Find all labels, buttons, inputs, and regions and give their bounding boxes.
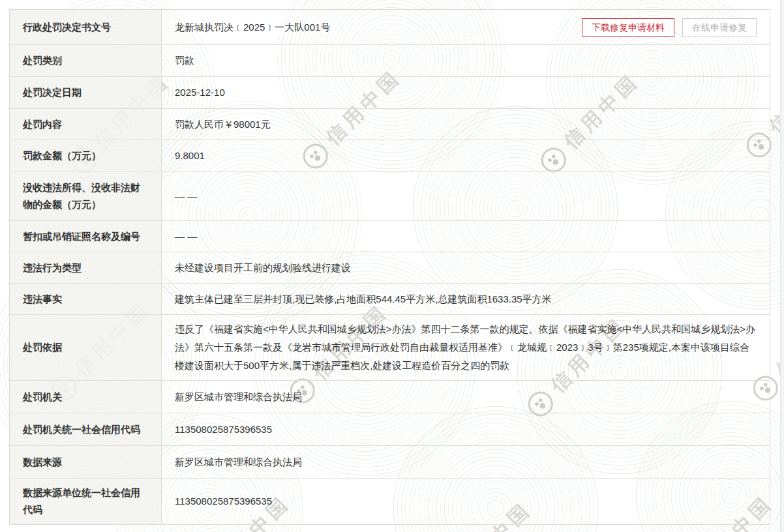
row-label-text: 处罚机关 [23,389,62,406]
row-value: 113508025875396535 [162,413,770,445]
row-value-text: 未经建设项目开工前的规划验线进行建设 [175,259,351,277]
row-label: 处罚决定日期 [10,77,162,108]
row-value-text: 罚款人民币￥98001元 [175,115,271,134]
penalty-detail-table: 行政处罚决定书文号龙新城执罚决﹝2025﹞一大队001号下载修复申请材料在线申请… [9,9,770,525]
row-label-text: 数据来源 [23,454,62,471]
row-value: 罚款人民币￥98001元 [162,109,770,140]
online-repair-apply-button[interactable]: 在线申请修复 [682,18,757,37]
table-row: 没收违法所得、没收非法财物的金额（万元）— — [10,171,770,221]
table-row: 违法行为类型未经建设项目开工前的规划验线进行建设 [10,252,770,284]
row-label: 处罚机关统一社会信用代码 [10,413,162,445]
row-value-text: 113508025875396535 [175,492,272,510]
row-value-text: — — [175,228,197,246]
row-value: 违反了《福建省实施<中华人民共和国城乡规划法>办法》第四十二条第一款的规定。依据… [162,315,770,380]
row-value: 2025-12-10 [162,77,770,108]
row-label-text: 处罚依据 [23,339,62,356]
table-row: 处罚机关新罗区城市管理和综合执法局 [10,381,770,413]
row-label: 暂扣或吊销证照名称及编号 [10,221,162,252]
row-value-text: — — [175,187,197,205]
row-value: 9.8001 [162,140,770,171]
row-value-text: 违反了《福建省实施<中华人民共和国城乡规划法>办法》第四十二条第一款的规定。依据… [175,320,757,375]
row-value: 新罗区城市管理和综合执法局 [162,446,770,478]
row-label-text: 罚款金额（万元） [23,147,101,164]
row-label-text: 处罚决定日期 [23,84,82,101]
table-row: 处罚内容罚款人民币￥98001元 [10,109,770,140]
row-label-text: 数据来源单位统一社会信用代码 [23,484,148,518]
row-value-text: 2025-12-10 [175,83,225,102]
row-label: 处罚内容 [10,109,162,140]
row-label-text: 处罚类别 [23,52,62,69]
row-label-text: 没收违法所得、没收非法财物的金额（万元） [23,179,148,213]
row-label: 违法事实 [10,284,162,314]
row-value-text: 罚款 [175,52,194,70]
row-value-text: 建筑主体已建至三层并封顶,现已装修,占地面积544.45平方米,总建筑面积163… [175,290,552,308]
row-value: 罚款 [162,45,770,76]
row-label: 处罚机关 [10,381,162,413]
table-row: 行政处罚决定书文号龙新城执罚决﹝2025﹞一大队001号下载修复申请材料在线申请… [10,10,770,45]
row-value-text: 9.8001 [175,147,205,165]
row-label-text: 违法行为类型 [23,259,82,276]
row-label: 行政处罚决定书文号 [10,10,162,44]
row-label: 处罚类别 [10,45,162,76]
row-label: 没收违法所得、没收非法财物的金额（万元） [10,171,162,220]
table-row: 处罚机关统一社会信用代码113508025875396535 [10,413,770,446]
row-value: 113508025875396535 [162,479,770,524]
row-value-text: 新罗区城市管理和综合执法局 [175,453,302,471]
row-value: — — [162,171,770,220]
row-label: 数据来源单位统一社会信用代码 [10,479,162,524]
row-value: 龙新城执罚决﹝2025﹞一大队001号下载修复申请材料在线申请修复 [162,10,770,44]
table-row: 数据来源新罗区城市管理和综合执法局 [10,446,770,479]
row-label: 数据来源 [10,446,162,478]
scrollbar-track[interactable] [780,0,784,532]
row-value: — — [162,221,770,252]
row-label: 违法行为类型 [10,252,162,283]
table-row: 罚款金额（万元）9.8001 [10,140,770,171]
row-value: 未经建设项目开工前的规划验线进行建设 [162,252,770,283]
row-value: 建筑主体已建至三层并封顶,现已装修,占地面积544.45平方米,总建筑面积163… [162,284,770,314]
row-value-text: 新罗区城市管理和综合执法局 [175,388,302,406]
table-row: 处罚依据违反了《福建省实施<中华人民共和国城乡规划法>办法》第四十二条第一款的规… [10,315,770,381]
download-repair-materials-button[interactable]: 下载修复申请材料 [582,18,674,37]
table-row: 暂扣或吊销证照名称及编号— — [10,221,770,252]
row-label-text: 暂扣或吊销证照名称及编号 [23,228,140,245]
row-value: 新罗区城市管理和综合执法局 [162,381,770,413]
row-label-text: 处罚机关统一社会信用代码 [23,421,140,438]
repair-actions: 下载修复申请材料在线申请修复 [571,18,757,37]
table-row: 处罚类别罚款 [10,45,770,77]
row-label-text: 行政处罚决定书文号 [23,19,111,36]
row-label-text: 处罚内容 [23,116,62,133]
row-label: 罚款金额（万元） [10,140,162,171]
row-value-text: 113508025875396535 [175,421,272,439]
table-row: 处罚决定日期2025-12-10 [10,77,770,109]
row-label: 处罚依据 [10,315,162,380]
row-value-text: 龙新城执罚决﹝2025﹞一大队001号 [175,18,330,37]
table-row: 违法事实建筑主体已建至三层并封顶,现已装修,占地面积544.45平方米,总建筑面… [10,284,770,315]
row-label-text: 违法事实 [23,291,62,308]
table-row: 数据来源单位统一社会信用代码113508025875396535 [10,479,770,525]
